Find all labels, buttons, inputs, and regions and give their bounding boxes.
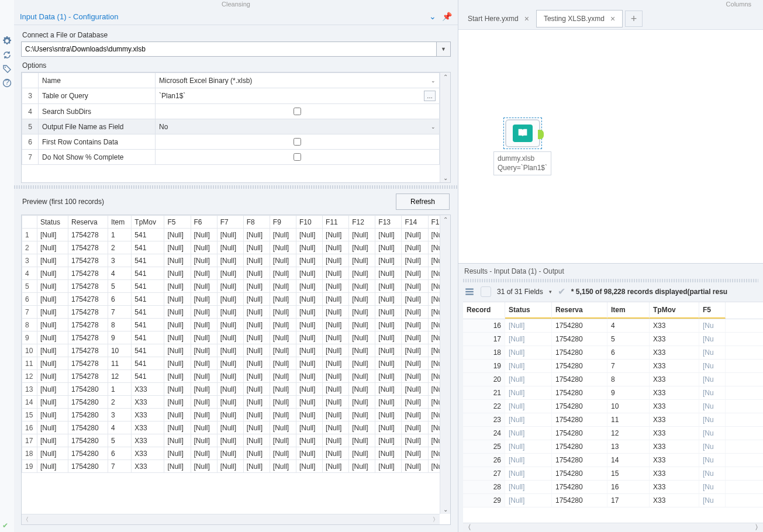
chevron-down-icon[interactable]: ▾ [549, 289, 552, 295]
gear-icon[interactable] [2, 36, 12, 46]
option-row[interactable]: 6First Row Contains Data [22, 134, 440, 150]
preview-column-header[interactable]: Reserva [68, 216, 108, 229]
preview-row[interactable]: 8[Null]17542788541[Null][Null][Null][Nul… [22, 319, 450, 331]
preview-column-header[interactable]: F14 [402, 216, 428, 229]
select-rect-icon[interactable] [481, 286, 491, 297]
option-value[interactable] [156, 134, 440, 150]
horizontal-splitter[interactable] [14, 185, 458, 189]
option-row[interactable]: 3Table or Query`Plan1$`… [22, 88, 440, 104]
opt-col-value[interactable]: Microsoft Excel Binary (*.xlsb)⌄ [156, 73, 440, 88]
results-row[interactable]: 16[Null]17542804X33[Nu [463, 319, 763, 333]
results-column-header[interactable]: Item [607, 302, 650, 319]
results-row[interactable]: 19[Null]17542807X33[Nu [463, 360, 763, 373]
preview-row[interactable]: 14[Null]17542802X33[Null][Null][Null][Nu… [22, 396, 450, 409]
workflow-tab[interactable]: Testing XLSB.yxmd× [536, 10, 623, 27]
file-path-input[interactable] [21, 42, 437, 57]
results-row[interactable]: 27[Null]175428015X33[Nu [463, 467, 763, 481]
option-row[interactable]: 5Output File Name as FieldNo⌄ [22, 119, 440, 134]
chevron-down-icon[interactable]: ⌄ [431, 124, 436, 130]
chevron-down-icon[interactable]: ⌄ [429, 12, 436, 21]
option-value[interactable] [156, 104, 440, 119]
workflow-canvas[interactable]: dummy.xlsb Query=`Plan1$` [458, 30, 763, 263]
results-h-scrollbar[interactable]: 〈〉 [463, 523, 763, 532]
preview-column-header[interactable]: F10 [296, 216, 322, 229]
preview-row[interactable]: 10[Null]175427810541[Null][Null][Null][N… [22, 344, 450, 357]
preview-column-header[interactable]: F9 [270, 216, 296, 229]
preview-row[interactable]: 4[Null]17542784541[Null][Null][Null][Nul… [22, 267, 450, 280]
results-row[interactable]: 26[Null]175428014X33[Nu [463, 454, 763, 467]
results-row[interactable]: 24[Null]175428012X33[Nu [463, 427, 763, 440]
preview-row[interactable]: 17[Null]17542805X33[Null][Null][Null][Nu… [22, 434, 450, 447]
preview-row[interactable]: 18[Null]17542806X33[Null][Null][Null][Nu… [22, 447, 450, 460]
workflow-tab[interactable]: Start Here.yxmd× [461, 11, 536, 27]
results-row[interactable]: 28[Null]175428016X33[Nu [463, 481, 763, 494]
preview-column-header[interactable]: TpMov [132, 216, 164, 229]
results-column-header[interactable]: Status [505, 302, 552, 319]
preview-row[interactable]: 19[Null]17542807X33[Null][Null][Null][Nu… [22, 460, 450, 473]
preview-row[interactable]: 6[Null]17542786541[Null][Null][Null][Nul… [22, 293, 450, 306]
preview-column-header[interactable]: Status [37, 216, 68, 229]
preview-row[interactable]: 16[Null]17542804X33[Null][Null][Null][Nu… [22, 422, 450, 434]
preview-row[interactable]: 1[Null]17542781541[Null][Null][Null][Nul… [22, 229, 450, 241]
preview-h-scrollbar[interactable]: 〈〉 [22, 514, 440, 524]
file-path-dropdown[interactable]: ▼ [437, 42, 451, 57]
results-column-header[interactable]: Record [463, 302, 505, 319]
pin-icon[interactable]: 📌 [442, 12, 452, 21]
option-value[interactable]: No⌄ [156, 119, 440, 134]
results-cell: [Null] [505, 481, 552, 493]
option-row[interactable]: 7Do Not Show % Complete [22, 150, 440, 165]
option-value[interactable]: `Plan1$`… [156, 88, 440, 104]
results-row[interactable]: 29[Null]175428017X33[Nu [463, 494, 763, 507]
preview-column-header[interactable]: F13 [375, 216, 402, 229]
preview-column-header[interactable]: F8 [243, 216, 270, 229]
preview-cell: [Null] [323, 422, 349, 434]
preview-row[interactable]: 12[Null]175427812541[Null][Null][Null][N… [22, 370, 450, 383]
results-row[interactable]: 25[Null]175428013X33[Nu [463, 440, 763, 454]
results-row[interactable]: 21[Null]17542809X33[Nu [463, 386, 763, 400]
option-checkbox[interactable] [294, 138, 301, 146]
option-value[interactable] [156, 150, 440, 165]
preview-row[interactable]: 5[Null]17542785541[Null][Null][Null][Nul… [22, 280, 450, 293]
fields-count[interactable]: 31 of 31 Fields [497, 288, 543, 296]
input-data-tool[interactable]: dummy.xlsb Query=`Plan1$` [493, 118, 551, 175]
preview-column-header[interactable]: F7 [217, 216, 243, 229]
close-icon[interactable]: × [610, 14, 615, 23]
svg-rect-5 [465, 293, 474, 295]
preview-row[interactable]: 15[Null]17542803X33[Null][Null][Null][Nu… [22, 409, 450, 422]
check-icon[interactable]: ✔ [558, 286, 565, 297]
preview-row[interactable]: 3[Null]17542783541[Null][Null][Null][Nul… [22, 254, 450, 267]
results-row[interactable]: 17[Null]17542805X33[Nu [463, 333, 763, 346]
preview-column-header[interactable]: F11 [323, 216, 349, 229]
add-tab-button[interactable]: + [625, 11, 643, 27]
close-icon[interactable]: × [524, 14, 529, 23]
option-row[interactable]: 4Search SubDirs [22, 104, 440, 119]
results-row[interactable]: 22[Null]175428010X33[Nu [463, 400, 763, 413]
results-column-header[interactable]: Reserva [552, 302, 607, 319]
tag-icon[interactable] [2, 64, 12, 74]
option-checkbox[interactable] [294, 153, 301, 161]
preview-row[interactable]: 11[Null]175427811541[Null][Null][Null][N… [22, 357, 450, 370]
options-scrollbar[interactable]: ⌃⌄ [440, 72, 450, 182]
preview-column-header[interactable]: F12 [349, 216, 375, 229]
preview-column-header[interactable]: F5 [164, 216, 191, 229]
preview-row[interactable]: 7[Null]17542787541[Null][Null][Null][Nul… [22, 306, 450, 319]
results-column-header[interactable]: TpMov [650, 302, 699, 319]
results-row[interactable]: 18[Null]17542806X33[Nu [463, 346, 763, 360]
preview-v-scrollbar[interactable]: ⌃⌄ [440, 215, 450, 514]
help-icon[interactable]: ? [2, 78, 12, 88]
preview-column-header[interactable]: Item [108, 216, 131, 229]
preview-row[interactable]: 2[Null]17542782541[Null][Null][Null][Nul… [22, 241, 450, 254]
refresh-button[interactable]: Refresh [396, 194, 450, 210]
browse-button[interactable]: … [424, 91, 436, 101]
preview-row[interactable]: 9[Null]17542789541[Null][Null][Null][Nul… [22, 331, 450, 344]
option-checkbox[interactable] [294, 108, 301, 115]
list-view-icon[interactable] [464, 286, 475, 297]
output-anchor[interactable] [538, 130, 544, 139]
preview-row[interactable]: 13[Null]17542801X33[Null][Null][Null][Nu… [22, 383, 450, 396]
chevron-down-icon[interactable]: ⌄ [431, 78, 436, 84]
results-row[interactable]: 23[Null]175428011X33[Nu [463, 413, 763, 427]
results-column-header[interactable]: F5 [699, 302, 726, 319]
refresh-icon[interactable] [2, 50, 12, 60]
preview-column-header[interactable]: F6 [191, 216, 217, 229]
results-row[interactable]: 20[Null]17542808X33[Nu [463, 373, 763, 386]
